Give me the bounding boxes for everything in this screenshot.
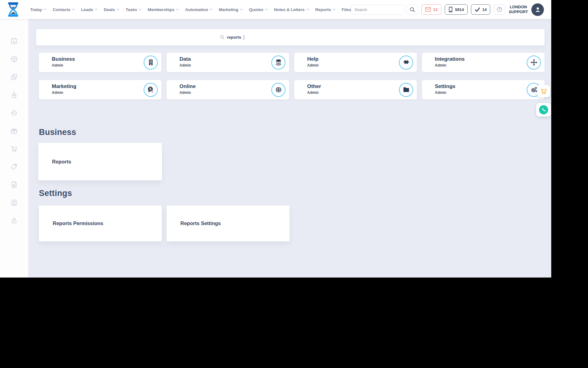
svg-text:12: 12 [13, 40, 16, 43]
category-card-marketing[interactable]: Marketing Admin $ [39, 80, 161, 99]
mobile-phone-icon [448, 6, 453, 13]
nav-contacts[interactable]: Contacts [53, 7, 74, 12]
sidebar-lock-icon[interactable] [10, 217, 18, 224]
main-content: reports Business Admin [28, 19, 551, 278]
sidebar-bag-download-icon[interactable] [10, 92, 18, 98]
chevron-down-icon [176, 8, 179, 10]
svg-text:?: ? [499, 8, 500, 11]
sidebar-cart-icon[interactable] [10, 145, 18, 152]
chevron-down-icon [117, 8, 119, 10]
header-search-box [351, 5, 405, 15]
sidebar-user-circle-icon[interactable] [10, 199, 18, 206]
user-name[interactable]: LONDON SUPPORT [509, 5, 528, 15]
result-card-reports-permissions[interactable]: Reports Permissions [39, 205, 162, 241]
chevron-down-icon [306, 8, 309, 10]
sidebar-package-icon[interactable] [10, 56, 18, 63]
globe-icon [271, 83, 285, 97]
category-card-online[interactable]: Online Admin [167, 80, 289, 99]
whatsapp-float-button[interactable] [536, 103, 551, 117]
nav-deals[interactable]: Deals [104, 7, 119, 12]
nav-memberships[interactable]: Memberships [148, 7, 178, 12]
main-nav: Today Contacts Leads Deals Tasks Members… [30, 7, 351, 12]
section-heading-settings: Settings [39, 189, 72, 198]
sidebar-history-icon[interactable] [10, 109, 18, 116]
nav-leads[interactable]: Leads [81, 7, 97, 12]
search-icon [220, 35, 224, 40]
calls-badge[interactable]: 5914 [445, 4, 468, 15]
question-icon: ? [496, 6, 503, 13]
help-button[interactable]: ? [494, 4, 505, 15]
section-heading-business: Business [39, 128, 76, 137]
overlay-search-bar[interactable]: reports [36, 29, 545, 45]
settings-results-row: Reports Permissions Reports Settings [39, 205, 289, 241]
text-cursor [244, 35, 244, 40]
comment-dollar-icon: $ [144, 83, 158, 97]
category-card-data[interactable]: Data Admin [167, 53, 289, 72]
person-icon [534, 6, 541, 13]
category-card-integrations[interactable]: Integrations Admin [422, 53, 545, 72]
nav-files[interactable]: Files [342, 7, 351, 12]
category-card-settings[interactable]: Settings Admin [422, 80, 545, 99]
check-icon [475, 7, 480, 12]
folder-icon [399, 83, 413, 97]
sidebar-report-document-icon[interactable] [10, 181, 18, 188]
top-nav-bar: Today Contacts Leads Deals Tasks Members… [0, 0, 551, 19]
nav-notes-letters[interactable]: Notes & Letters [274, 7, 309, 12]
user-avatar[interactable] [531, 3, 544, 16]
result-card-reports[interactable]: Reports [38, 143, 162, 180]
chevron-down-icon [139, 8, 141, 10]
header-search-input[interactable] [354, 7, 401, 12]
tasks-badge[interactable]: 14 [471, 4, 490, 15]
header-right: 13 5914 14 ? [351, 3, 544, 16]
overlay-search-value: reports [227, 35, 241, 40]
cart-float-button[interactable] [537, 85, 550, 97]
app-window: Today Contacts Leads Deals Tasks Members… [0, 0, 551, 278]
overlay-search-input[interactable]: reports [220, 35, 244, 40]
app-logo-hourglass-icon[interactable] [4, 1, 22, 18]
result-card-reports-settings[interactable]: Reports Settings [167, 205, 289, 241]
nav-reports[interactable]: Reports [315, 7, 335, 12]
chevron-down-icon [265, 8, 267, 10]
cart-icon [540, 87, 547, 95]
building-icon [144, 56, 158, 70]
sidebar-price-tag-icon[interactable] [10, 163, 18, 170]
sidebar-calendar-icon[interactable]: 12 [10, 38, 18, 44]
nav-marketing[interactable]: Marketing [219, 7, 242, 12]
sidebar: 12 [0, 19, 28, 278]
tasks-count: 14 [482, 7, 487, 12]
category-card-other[interactable]: Other Admin [294, 80, 417, 99]
phone-icon [539, 105, 548, 114]
calls-count: 5914 [455, 7, 464, 12]
envelope-icon [425, 7, 431, 12]
sidebar-gift-icon[interactable] [10, 128, 18, 134]
nav-automation[interactable]: Automation [185, 7, 212, 12]
chevron-down-icon [333, 8, 335, 10]
chevron-down-icon [44, 8, 46, 10]
database-icon [271, 56, 285, 70]
chevron-down-icon [72, 8, 75, 10]
svg-text:$: $ [149, 87, 151, 91]
chevron-down-icon [240, 8, 243, 10]
mail-badge[interactable]: 13 [421, 4, 441, 15]
chevron-down-icon [95, 8, 97, 10]
search-icon [409, 7, 415, 13]
header-search-button[interactable] [407, 5, 418, 15]
mail-count: 13 [433, 7, 437, 12]
nav-tasks[interactable]: Tasks [126, 7, 141, 12]
sidebar-copy-icon[interactable] [10, 74, 18, 80]
nav-quotes[interactable]: Quotes [249, 7, 267, 12]
handshake-icon [399, 56, 413, 70]
category-card-business[interactable]: Business Admin [39, 53, 161, 72]
category-grid: Business Admin Data Admin [39, 53, 545, 99]
nav-today[interactable]: Today [30, 7, 46, 12]
chevron-down-icon [210, 8, 212, 10]
move-arrows-icon [527, 56, 541, 70]
category-card-help[interactable]: Help Admin [294, 53, 417, 72]
